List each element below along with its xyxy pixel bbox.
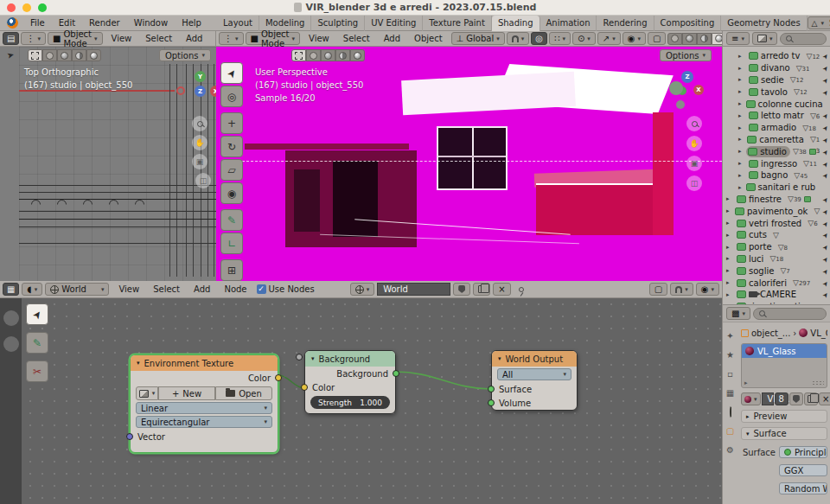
outliner-row[interactable]: ▸ sedie ▽12 ➤ <box>723 74 830 86</box>
outliner-row[interactable]: ▸ cameretta ▽1 ➤ <box>723 134 830 146</box>
duplicate-button[interactable] <box>804 392 818 405</box>
outliner-row[interactable]: ▸ sanitari e rub ▽ ➤ <box>723 182 830 194</box>
fake-user-button[interactable] <box>789 392 803 405</box>
expand-icon[interactable]: ▸ <box>738 136 743 143</box>
select-box-tool[interactable]: ➤ <box>220 62 243 84</box>
outliner-row[interactable]: ▸ soglie ▽7 ➤ <box>723 265 830 277</box>
image-browse-button[interactable]: ▾ <box>136 386 158 400</box>
axis-z-handle[interactable]: Z <box>681 71 693 83</box>
duplicate-datablock-button[interactable] <box>473 283 490 296</box>
target-select[interactable]: All▾ <box>497 368 571 380</box>
menu-item[interactable]: View <box>112 284 146 294</box>
overlays-select[interactable]: ◉▾ <box>622 32 646 45</box>
expand-icon[interactable]: ▸ <box>738 100 742 107</box>
zoom-icon[interactable] <box>686 116 702 131</box>
links-cut-tool[interactable]: ✂ <box>26 360 48 382</box>
outliner-search-input[interactable] <box>780 33 827 45</box>
menu-item[interactable]: Add <box>377 34 407 43</box>
slot-expand-icon[interactable]: ▸ <box>744 380 748 386</box>
add-cube-tool[interactable]: ⊞ <box>220 259 243 281</box>
axis-negy-handle[interactable] <box>669 81 683 95</box>
image-open-button[interactable]: Open <box>215 386 272 400</box>
workspace-tab[interactable]: Animation <box>540 16 597 31</box>
selectable-pointer-icon[interactable]: ➤ <box>820 63 830 73</box>
color-output-socket[interactable] <box>275 374 282 381</box>
outliner-row[interactable]: ▸ caloriferi ▽297 ➤ <box>723 277 830 289</box>
outliner-row[interactable]: ▸ pavimento_ok ▽ ➤ <box>723 205 830 217</box>
proportional-editing-toggle[interactable]: ◎ <box>531 32 547 45</box>
editor-type-properties-icon[interactable]: ▩▾ <box>726 307 750 320</box>
annotate-tool[interactable]: ✎ <box>26 332 48 354</box>
overlays-select[interactable]: ◉▾ <box>696 283 719 296</box>
camera-view-icon[interactable]: ▣ <box>686 156 702 171</box>
transform-orientation-select[interactable]: ⊥ Global▾ <box>451 32 505 45</box>
viewport-user-perspective[interactable]: Options▾ User Perspective (167) studio |… <box>216 47 722 281</box>
expand-icon[interactable]: ▸ <box>738 112 744 119</box>
unlink-datablock-button[interactable]: × <box>493 283 510 296</box>
strength-input-socket[interactable] <box>296 354 303 360</box>
gizmos-select[interactable]: ↗▾ <box>597 32 621 45</box>
selectable-pointer-icon[interactable]: ➤ <box>820 230 830 240</box>
tab-modifier-icon[interactable]: ⚙ <box>726 445 734 455</box>
outliner-row[interactable]: ▸ vetri frosted ▽6 ➤ <box>723 217 830 229</box>
pan-hand-icon[interactable]: ✋ <box>686 136 702 151</box>
menu-item[interactable]: Window <box>127 18 175 28</box>
menu-item[interactable]: View <box>302 34 336 43</box>
expand-icon[interactable]: ▸ <box>738 160 744 167</box>
tab-output-icon[interactable]: ▫ <box>727 369 733 379</box>
tab-object-icon[interactable]: ▢ <box>726 426 734 436</box>
mode-select[interactable]: ■ Object Mode▾ <box>246 32 301 45</box>
breadcrumb-object[interactable]: object_... <box>751 329 790 338</box>
node-header[interactable]: ▾Background <box>305 351 395 367</box>
axis-negz-handle[interactable] <box>676 100 685 109</box>
surface-shader-button[interactable]: Principled <box>779 446 827 458</box>
axis-z-handle[interactable]: Z <box>195 86 206 97</box>
workspace-tab[interactable]: Texture Paint <box>423 16 492 31</box>
shading-wireframe-button[interactable] <box>306 49 321 61</box>
menu-item[interactable]: Select <box>138 34 179 43</box>
volume-input-socket[interactable] <box>488 399 495 406</box>
shading-material-button[interactable] <box>697 33 712 45</box>
selectable-pointer-icon[interactable]: ➤ <box>820 74 830 85</box>
snapping-toggle[interactable]: ▢ <box>649 283 667 296</box>
workspace-tab[interactable]: Geometry Nodes <box>721 16 807 31</box>
tab-tool-icon[interactable]: ✦ <box>726 331 733 341</box>
preview-panel-header[interactable]: ▸Preview <box>741 410 827 423</box>
outliner-row[interactable]: ▸ porte ▽8 ➤ <box>723 241 830 253</box>
options-button[interactable]: Options▾ <box>159 49 211 61</box>
surface-input-socket[interactable] <box>488 386 495 392</box>
menu-item[interactable]: Node <box>217 284 253 294</box>
expand-icon[interactable]: ▸ <box>738 65 744 72</box>
users-count-button[interactable]: 8 <box>775 392 788 405</box>
axis-negx-handle[interactable] <box>176 86 185 95</box>
shading-rendered-button[interactable] <box>350 49 365 61</box>
axis-y-handle[interactable]: Y <box>195 71 206 82</box>
menu-item[interactable]: Object <box>407 34 450 43</box>
annotate-tool[interactable]: ✎ <box>220 209 243 231</box>
shading-tweak-button[interactable] <box>291 49 306 61</box>
workspace-tab[interactable]: Sculpting <box>311 16 365 31</box>
outliner-row[interactable]: ▸ finestre ▽39 ➤ <box>723 194 830 206</box>
tab-viewlayer-icon[interactable]: ▦ <box>726 388 734 398</box>
outliner-row[interactable]: ▸ bagno ▽45 ➤ <box>723 169 830 182</box>
shading-solid-button[interactable] <box>682 33 697 45</box>
viewport-top-orthographic[interactable]: ➤ Options▾ Top Orthographic (167) studio… <box>0 47 216 281</box>
outliner-row[interactable]: ▸ ingresso ▽11 ➤ <box>723 157 830 169</box>
expand-icon[interactable]: ▸ <box>738 76 744 83</box>
selectable-pointer-icon[interactable]: ➤ <box>820 111 830 121</box>
workspace-tab[interactable]: Compositing <box>654 16 722 31</box>
shading-wireframe-button[interactable] <box>42 49 57 61</box>
workspace-tab[interactable]: Shading <box>492 16 540 31</box>
axis-x-handle[interactable]: X <box>693 85 704 95</box>
image-new-button[interactable]: + New <box>158 386 215 400</box>
xray-toggle[interactable]: ▢ <box>648 32 666 45</box>
interpolation-select[interactable]: Linear▾ <box>136 402 272 414</box>
selectable-pointer-icon[interactable]: ➤ <box>820 146 830 156</box>
workspace-tab[interactable]: UV Editing <box>365 16 423 31</box>
selectable-pointer-icon[interactable]: ➤ <box>820 51 830 61</box>
expand-icon[interactable]: ▸ <box>738 172 744 179</box>
perspective-toggle-icon[interactable]: ◫ <box>686 175 702 191</box>
menu-item[interactable]: Add <box>187 284 217 294</box>
shader-type-select[interactable]: World▾ <box>45 283 109 296</box>
menu-item[interactable]: View <box>105 34 139 43</box>
